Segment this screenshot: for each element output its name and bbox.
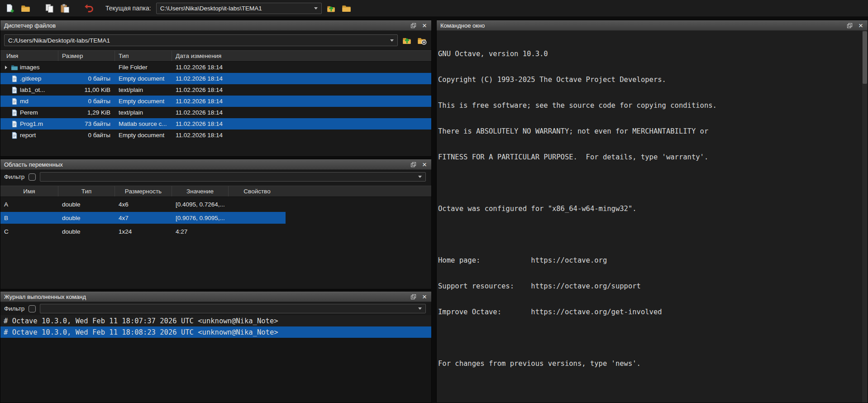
- file-name: md: [20, 98, 29, 105]
- column-header-type[interactable]: Тип: [115, 51, 172, 61]
- console-line: Support resources: https://octave.org/su…: [438, 282, 862, 291]
- console-line: [438, 334, 862, 342]
- console-line: FITNESS FOR A PARTICULAR PURPOSE. For de…: [438, 153, 862, 162]
- folder-up-icon: [326, 4, 336, 13]
- file-row-lab1[interactable]: lab1_ot... 11,00 KiB text/plain 11.02.20…: [0, 84, 431, 96]
- command-history-titlebar[interactable]: Журнал выполненных команд ×: [0, 292, 431, 302]
- copy-button[interactable]: [43, 2, 56, 14]
- current-folder-label: Текущая папка:: [105, 5, 151, 12]
- scrollbar-thumb[interactable]: [863, 31, 867, 84]
- console-line: There is ABSOLUTELY NO WARRANTY; not eve…: [438, 127, 862, 136]
- file-icon: [11, 75, 18, 82]
- file-icon: [11, 120, 18, 128]
- chevron-down-icon: [390, 39, 394, 42]
- file-row-gitkeep[interactable]: .gitkeep 0 байты Empty document 11.02.20…: [0, 73, 431, 84]
- file-name: Perem: [20, 109, 38, 116]
- history-entry[interactable]: # Octave 10.3.0, Wed Feb 11 18:07:37 202…: [0, 315, 431, 326]
- file-table-header: Имя Размер Тип Дата изменения: [0, 50, 431, 62]
- new-script-button[interactable]: [4, 2, 16, 14]
- history-filter-combobox[interactable]: [40, 304, 426, 313]
- command-history-title: Журнал выполненных команд: [4, 293, 86, 300]
- console-line: Improve Octave: https://octave.org/get-i…: [438, 308, 862, 317]
- console-line: This is free software; see the source co…: [438, 101, 862, 110]
- file-row-images[interactable]: images File Folder 11.02.2026 18:14: [0, 62, 431, 73]
- filter-label: Фильтр: [4, 173, 24, 180]
- vertical-splitter[interactable]: [432, 20, 436, 403]
- browse-folder-button[interactable]: [340, 2, 353, 14]
- undo-button[interactable]: [83, 2, 95, 14]
- command-window-undock-icon[interactable]: [846, 22, 853, 29]
- vertical-scrollbar[interactable]: [862, 31, 868, 403]
- folder-icon: [11, 64, 18, 71]
- history-close-icon[interactable]: ×: [421, 293, 428, 301]
- column-header-type[interactable]: Тип: [58, 186, 115, 197]
- open-file-button[interactable]: [19, 2, 32, 14]
- file-row-md[interactable]: md 0 байты Empty document 11.02.2026 18:…: [0, 96, 431, 107]
- filter-checkbox[interactable]: [29, 305, 36, 312]
- current-folder-path: C:\Users\Nika\Desktop\it-labs\TEMA1: [160, 5, 262, 12]
- file-row-prog1[interactable]: Prog1.m 73 байты Matlab source c... 11.0…: [0, 118, 431, 130]
- fm-folder-actions-button[interactable]: [416, 34, 428, 46]
- console-line: [438, 230, 862, 239]
- column-header-dims[interactable]: Размерность: [115, 186, 172, 197]
- command-window-titlebar[interactable]: Командное окно ×: [437, 20, 868, 31]
- file-name: .gitkeep: [20, 75, 41, 82]
- console-line: Home page: https://octave.org: [438, 256, 862, 265]
- command-window-close-icon[interactable]: ×: [857, 22, 864, 29]
- column-header-name[interactable]: Имя: [0, 51, 58, 61]
- file-manager-undock-icon[interactable]: [410, 22, 417, 29]
- column-header-value[interactable]: Значение: [172, 186, 229, 197]
- workspace-title: Область переменных: [4, 161, 63, 168]
- workspace-filter-combobox[interactable]: [40, 172, 426, 182]
- file-manager-panel: Диспетчер файлов × C:/Users/Nika/Desktop…: [0, 20, 432, 157]
- history-entry[interactable]: # Octave 10.3.0, Wed Feb 11 18:08:23 202…: [0, 326, 431, 338]
- new-script-icon: [5, 4, 15, 13]
- command-history-panel: Журнал выполненных команд × Фильтр # O: [0, 291, 432, 403]
- variable-list: A double 4x6 [0.4095, 0.7264,... B doubl…: [0, 197, 431, 239]
- variable-row-B[interactable]: B double 4x7 [0.9076, 0.9095,...: [0, 212, 286, 224]
- history-undock-icon[interactable]: [410, 293, 417, 301]
- console-line: [438, 179, 862, 187]
- file-icon: [11, 109, 18, 116]
- workspace-undock-icon[interactable]: [410, 161, 417, 168]
- main-toolbar: Текущая папка: C:\Users\Nika\Desktop\it-…: [0, 0, 868, 17]
- fm-folder-up-button[interactable]: [401, 34, 413, 46]
- command-window-panel: Командное окно × GNU Octave, version 10.…: [436, 20, 868, 403]
- copy-icon: [45, 4, 54, 13]
- workspace-titlebar[interactable]: Область переменных ×: [0, 159, 431, 170]
- paste-button[interactable]: [59, 2, 71, 14]
- chevron-down-icon: [418, 176, 422, 178]
- history-list: # Octave 10.3.0, Wed Feb 11 18:07:37 202…: [0, 315, 431, 403]
- file-manager-path: C:/Users/Nika/Desktop/it-labs/TEMA1: [8, 37, 110, 44]
- file-name: Prog1.m: [20, 120, 43, 127]
- current-folder-combobox[interactable]: C:\Users\Nika\Desktop\it-labs\TEMA1: [156, 3, 322, 14]
- open-folder-icon: [21, 4, 30, 13]
- undo-icon: [84, 4, 94, 13]
- variable-row-C[interactable]: C double 1x24 4:27: [0, 225, 286, 237]
- console-line: GNU Octave, version 10.3.0: [438, 50, 862, 58]
- variable-table-header: Имя Тип Размерность Значение Свойство: [0, 186, 431, 197]
- column-header-size[interactable]: Размер: [58, 51, 115, 61]
- file-row-perem[interactable]: Perem 1,29 KiB text/plain 11.02.2026 18:…: [0, 107, 431, 118]
- filter-checkbox[interactable]: [29, 173, 36, 181]
- file-manager-titlebar[interactable]: Диспетчер файлов ×: [0, 20, 431, 31]
- command-window-console[interactable]: GNU Octave, version 10.3.0 Copyright (C)…: [437, 31, 862, 403]
- file-name: report: [20, 132, 36, 139]
- column-header-name[interactable]: Имя: [0, 186, 58, 197]
- expand-arrow-icon[interactable]: [3, 66, 9, 69]
- variable-row-A[interactable]: A double 4x6 [0.4095, 0.7264,...: [0, 198, 286, 210]
- file-manager-close-icon[interactable]: ×: [421, 22, 428, 29]
- history-filter-row: Фильтр: [0, 302, 431, 315]
- file-name: lab1_ot...: [20, 86, 45, 93]
- file-manager-path-row: C:/Users/Nika/Desktop/it-labs/TEMA1: [0, 31, 431, 50]
- file-row-report[interactable]: report 0 байты Empty document 11.02.2026…: [0, 130, 431, 141]
- toolbar-folder-up-button[interactable]: [325, 2, 337, 14]
- workspace-close-icon[interactable]: ×: [421, 161, 428, 168]
- column-header-attribute[interactable]: Свойство: [229, 186, 286, 197]
- file-manager-title: Диспетчер файлов: [4, 22, 56, 29]
- console-line: Copyright (C) 1993-2025 The Octave Proje…: [438, 76, 862, 84]
- folder-actions-icon: [417, 35, 427, 45]
- console-line: Octave was configured for "x86_64-w64-mi…: [438, 205, 862, 213]
- file-manager-path-combobox[interactable]: C:/Users/Nika/Desktop/it-labs/TEMA1: [4, 34, 398, 46]
- column-header-date[interactable]: Дата изменения: [172, 51, 431, 61]
